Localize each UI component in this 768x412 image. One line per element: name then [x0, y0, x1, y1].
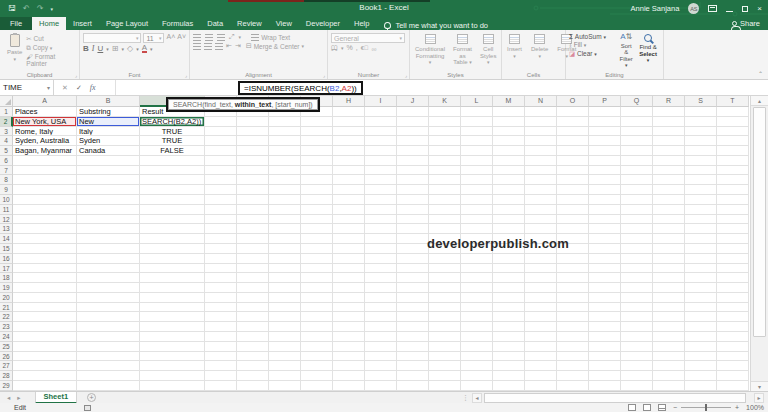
cut-button[interactable]: ✂ Cut — [26, 35, 76, 43]
cell-O22[interactable] — [557, 312, 589, 322]
cell-L16[interactable] — [461, 254, 493, 264]
cell-O5[interactable] — [557, 146, 589, 156]
cell-Q19[interactable] — [621, 283, 653, 293]
cell-B21[interactable] — [77, 303, 140, 313]
cell-F18[interactable] — [269, 273, 301, 283]
column-header-S[interactable]: S — [685, 96, 717, 107]
merge-center-button[interactable]: ⊟Merge & Center▾ — [246, 42, 304, 50]
cell-R25[interactable] — [653, 342, 685, 352]
cell-C12[interactable] — [140, 215, 205, 225]
cell-H3[interactable] — [333, 127, 365, 137]
cell-T19[interactable] — [717, 283, 749, 293]
cell-L24[interactable] — [461, 332, 493, 342]
row-header-6[interactable]: 6 — [0, 156, 13, 166]
cell-N18[interactable] — [525, 273, 557, 283]
column-header-J[interactable]: J — [397, 96, 429, 107]
cell-B14[interactable] — [77, 234, 140, 244]
cell-Q27[interactable] — [621, 361, 653, 371]
cell-G22[interactable] — [301, 312, 333, 322]
cell-Q18[interactable] — [621, 273, 653, 283]
cell-F29[interactable] — [269, 381, 301, 391]
cell-L11[interactable] — [461, 205, 493, 215]
delete-cells-button[interactable]: Delete▾ — [529, 33, 550, 70]
cell-T14[interactable] — [717, 234, 749, 244]
cell-A1[interactable]: Places — [13, 107, 77, 117]
cell-A22[interactable] — [13, 312, 77, 322]
row-header-25[interactable]: 25 — [0, 342, 13, 352]
cell-B23[interactable] — [77, 322, 140, 332]
cell-D14[interactable] — [205, 234, 237, 244]
cell-O24[interactable] — [557, 332, 589, 342]
row-header-20[interactable]: 20 — [0, 293, 13, 303]
column-header-L[interactable]: L — [461, 96, 493, 107]
cell-H26[interactable] — [333, 352, 365, 362]
cell-I22[interactable] — [365, 312, 397, 322]
orientation-icon[interactable]: ⤢ — [229, 33, 235, 41]
cell-I3[interactable] — [365, 127, 397, 137]
cell-E12[interactable] — [237, 215, 269, 225]
cell-O9[interactable] — [557, 185, 589, 195]
cell-J29[interactable] — [397, 381, 429, 391]
cell-H4[interactable] — [333, 136, 365, 146]
cell-R24[interactable] — [653, 332, 685, 342]
cell-M28[interactable] — [493, 371, 525, 381]
cell-C18[interactable] — [140, 273, 205, 283]
alignment-dialog-launcher[interactable]: ⌟ — [323, 72, 325, 78]
cell-J6[interactable] — [397, 156, 429, 166]
cell-O18[interactable] — [557, 273, 589, 283]
cell-E17[interactable] — [237, 264, 269, 274]
cell-I25[interactable] — [365, 342, 397, 352]
scroll-right-icon[interactable]: ▸ — [754, 393, 764, 403]
cell-I8[interactable] — [365, 175, 397, 185]
cell-L12[interactable] — [461, 215, 493, 225]
cell-C20[interactable] — [140, 293, 205, 303]
cell-K6[interactable] — [429, 156, 461, 166]
cell-R7[interactable] — [653, 166, 685, 176]
cell-F7[interactable] — [269, 166, 301, 176]
cell-P23[interactable] — [589, 322, 621, 332]
cell-J3[interactable] — [397, 127, 429, 137]
cell-H28[interactable] — [333, 371, 365, 381]
row-header-18[interactable]: 18 — [0, 273, 13, 283]
cell-I15[interactable] — [365, 244, 397, 254]
cell-R12[interactable] — [653, 215, 685, 225]
cell-I7[interactable] — [365, 166, 397, 176]
wrap-text-button[interactable]: Wrap Text — [251, 34, 290, 41]
cell-R23[interactable] — [653, 322, 685, 332]
cell-L7[interactable] — [461, 166, 493, 176]
row-header-16[interactable]: 16 — [0, 254, 13, 264]
cell-F23[interactable] — [269, 322, 301, 332]
row-header-11[interactable]: 11 — [0, 205, 13, 215]
cell-J2[interactable] — [397, 117, 429, 127]
cell-Q6[interactable] — [621, 156, 653, 166]
cell-R3[interactable] — [653, 127, 685, 137]
cell-F8[interactable] — [269, 175, 301, 185]
cell-D26[interactable] — [205, 352, 237, 362]
cell-J27[interactable] — [397, 361, 429, 371]
tab-insert[interactable]: Insert — [66, 17, 99, 30]
cell-B5[interactable]: Canada — [77, 146, 140, 156]
cell-C14[interactable] — [140, 234, 205, 244]
cell-A14[interactable] — [13, 234, 77, 244]
cell-Q9[interactable] — [621, 185, 653, 195]
number-format-combo[interactable]: General▾ — [331, 33, 405, 43]
sort-filter-button[interactable]: A⇅ Sort &Filter ▾ — [616, 33, 636, 70]
cell-A13[interactable] — [13, 224, 77, 234]
cell-S9[interactable] — [685, 185, 717, 195]
cell-H18[interactable] — [333, 273, 365, 283]
cell-D27[interactable] — [205, 361, 237, 371]
cell-M11[interactable] — [493, 205, 525, 215]
cell-H14[interactable] — [333, 234, 365, 244]
cell-A29[interactable] — [13, 381, 77, 391]
cell-A20[interactable] — [13, 293, 77, 303]
align-right-icon[interactable] — [215, 43, 223, 50]
cell-Q29[interactable] — [621, 381, 653, 391]
cell-C5[interactable]: FALSE — [140, 146, 205, 156]
find-select-button[interactable]: Find &Select ▾ — [636, 33, 660, 70]
tab-data[interactable]: Data — [200, 17, 230, 30]
cell-A25[interactable] — [13, 342, 77, 352]
cell-H9[interactable] — [333, 185, 365, 195]
cell-D10[interactable] — [205, 195, 237, 205]
cell-E19[interactable] — [237, 283, 269, 293]
cell-C22[interactable] — [140, 312, 205, 322]
